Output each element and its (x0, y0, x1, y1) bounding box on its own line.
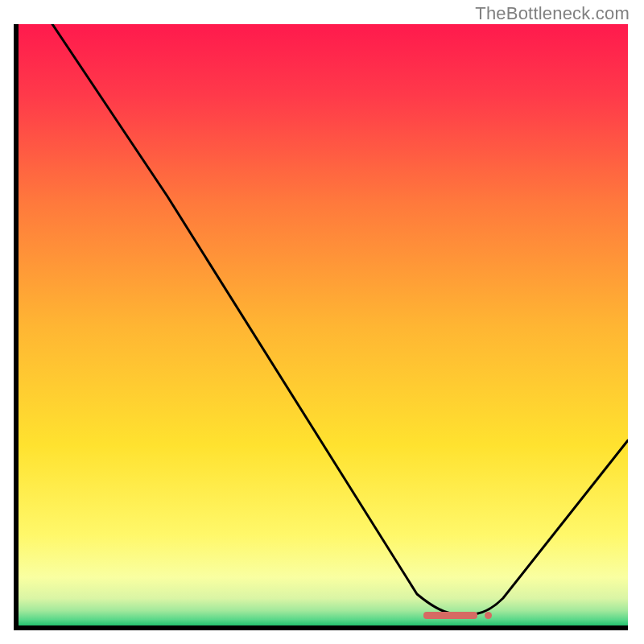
optimal-range-marker (423, 612, 477, 619)
watermark-text: TheBottleneck.com (475, 3, 630, 24)
optimal-range-dot (485, 612, 492, 619)
chart-container: TheBottleneck.com (0, 0, 644, 644)
bottleneck-curve (19, 24, 628, 625)
plot-area (19, 24, 628, 625)
